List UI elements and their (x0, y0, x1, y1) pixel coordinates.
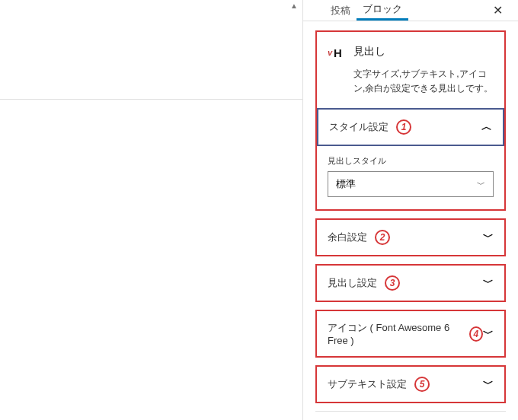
svg-text:H: H (334, 46, 342, 59)
block-title-row: V H 見出し (328, 43, 494, 61)
sidebar-tabs: 投稿 ブロック ✕ (303, 0, 518, 21)
settings-sidebar: 投稿 ブロック ✕ V H 見出し 文字サイズ,サブテキスト,アイコン,余白が設… (302, 0, 518, 420)
select-value: 標準 (336, 177, 356, 191)
chevron-down-icon: ﹀ (483, 327, 494, 341)
annotation-box-main: V H 見出し 文字サイズ,サブテキスト,アイコン,余白が設定できる見出しです。… (315, 30, 506, 211)
chevron-down-icon: ﹀ (483, 231, 494, 244)
section-label: スタイル設定 (329, 120, 388, 134)
section-label: 見出し設定 (328, 276, 377, 290)
style-settings-body: 見出しスタイル 標準 ﹀ (317, 146, 504, 209)
close-icon[interactable]: ✕ (490, 0, 506, 21)
heading-block-icon: V H (328, 43, 346, 61)
editor-canvas: ▲ (0, 0, 302, 420)
annotation-badge-3: 3 (385, 275, 400, 291)
section-hide[interactable]: 非表示設定 ﹀ (315, 411, 506, 420)
tab-block[interactable]: ブロック (357, 0, 408, 21)
tab-post[interactable]: 投稿 (325, 0, 357, 21)
section-icon[interactable]: アイコン ( Font Awesome 6 Free ) 4 ﹀ (315, 310, 506, 358)
block-description: 文字サイズ,サブテキスト,アイコン,余白が設定できる見出しです。 (328, 67, 494, 96)
section-style[interactable]: スタイル設定 1 ︿ (317, 108, 504, 146)
section-label: サブテキスト設定 (328, 377, 407, 391)
section-label: 余白設定 (328, 231, 367, 244)
chevron-down-icon: ﹀ (483, 377, 494, 391)
chevron-up-icon: ︿ (481, 120, 492, 134)
block-info: V H 見出し 文字サイズ,サブテキスト,アイコン,余白が設定できる見出しです。 (317, 32, 504, 108)
chevron-up-icon: ▲ (290, 2, 298, 10)
annotation-badge-5: 5 (414, 377, 430, 392)
section-margin[interactable]: 余白設定 2 ﹀ (315, 218, 506, 256)
field-label: 見出しスタイル (328, 155, 494, 167)
chevron-down-icon: ﹀ (483, 276, 494, 290)
annotation-badge-2: 2 (375, 230, 390, 245)
block-title: 見出し (353, 45, 385, 59)
annotation-badge-4: 4 (469, 326, 483, 342)
svg-text:V: V (328, 49, 333, 57)
section-label: アイコン ( Font Awesome 6 Free ) (328, 321, 462, 346)
divider (0, 99, 302, 100)
panel-body: V H 見出し 文字サイズ,サブテキスト,アイコン,余白が設定できる見出しです。… (303, 21, 518, 420)
heading-style-select[interactable]: 標準 ﹀ (328, 171, 494, 197)
chevron-down-icon: ﹀ (477, 179, 485, 190)
section-subtext[interactable]: サブテキスト設定 5 ﹀ (315, 365, 506, 403)
section-heading[interactable]: 見出し設定 3 ﹀ (315, 264, 506, 302)
annotation-badge-1: 1 (396, 119, 411, 135)
